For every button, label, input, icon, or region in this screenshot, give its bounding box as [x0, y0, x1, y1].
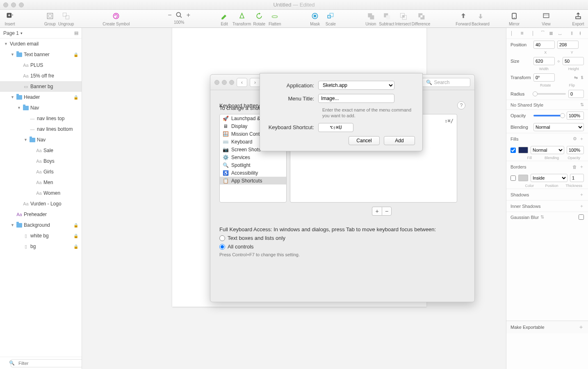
- innershadows-add-icon[interactable]: ＋: [579, 203, 584, 209]
- category-item[interactable]: 🔍Spotlight: [220, 161, 286, 169]
- layer-row[interactable]: AaPLUS: [0, 60, 82, 71]
- insert-button[interactable]: Insert: [2, 11, 17, 26]
- border-color-swatch[interactable]: [518, 175, 528, 181]
- align-left-icon[interactable]: ⎸: [511, 30, 516, 36]
- layer-row[interactable]: —nav lines bottom: [0, 124, 82, 134]
- view-button[interactable]: View: [539, 11, 554, 26]
- align-vcenter-icon[interactable]: ≣: [548, 30, 554, 36]
- menu-title-input[interactable]: [318, 94, 394, 103]
- border-position-select[interactable]: Inside: [531, 174, 567, 182]
- borders-add-icon[interactable]: ＋: [579, 164, 584, 170]
- layer-row[interactable]: ▼Nav: [0, 134, 82, 145]
- forward-button[interactable]: ›: [250, 78, 260, 87]
- radius-slider[interactable]: [533, 93, 566, 95]
- fill-color-swatch[interactable]: [518, 147, 528, 153]
- zoom-control[interactable]: − + 100%: [166, 11, 191, 25]
- opacity-input[interactable]: [567, 112, 584, 120]
- layer-row[interactable]: AaVurden - Logo: [0, 198, 82, 209]
- category-item[interactable]: ⚙️Services: [220, 153, 286, 161]
- align-right-icon[interactable]: ⎹: [528, 30, 533, 36]
- rotate-input[interactable]: [533, 73, 555, 82]
- make-exportable-row[interactable]: Make Exportable＋: [506, 321, 588, 333]
- create-symbol-button[interactable]: Create Symbol: [99, 11, 133, 26]
- lock-icon[interactable]: 🔒: [73, 223, 78, 228]
- opacity-slider[interactable]: [533, 115, 564, 116]
- fill-opacity-input[interactable]: [567, 146, 584, 154]
- layer-row[interactable]: ▼Vurden email: [0, 39, 82, 49]
- subtract-button[interactable]: Subtract: [379, 11, 394, 26]
- ungroup-button[interactable]: Ungroup: [58, 11, 74, 26]
- pos-y-input[interactable]: [557, 41, 579, 49]
- layer-row[interactable]: AaPreheader: [0, 209, 82, 220]
- help-button[interactable]: ?: [457, 101, 465, 109]
- lock-icon[interactable]: 🔒: [73, 234, 78, 238]
- height-input[interactable]: [563, 57, 584, 65]
- layer-row[interactable]: AaGirls: [0, 166, 82, 177]
- page-selector[interactable]: Page 1▾ ▤: [0, 28, 82, 39]
- transform-button[interactable]: Transform: [232, 11, 251, 26]
- shadows-add-icon[interactable]: ＋: [579, 191, 584, 198]
- intersect-button[interactable]: Intersect: [395, 11, 411, 26]
- fka-option-all[interactable]: All controls: [219, 244, 465, 250]
- layer-row[interactable]: ▼Nav: [0, 102, 82, 113]
- width-input[interactable]: [533, 57, 555, 65]
- layer-row[interactable]: —nav lines top: [0, 113, 82, 124]
- align-top-icon[interactable]: ⎴: [540, 30, 545, 36]
- blur-checkbox[interactable]: [579, 214, 584, 220]
- layer-row[interactable]: ▯bg🔒: [0, 241, 82, 252]
- rotate-button[interactable]: Rotate: [252, 11, 267, 26]
- lock-icon[interactable]: 🔒: [73, 95, 78, 100]
- add-button[interactable]: Add: [384, 136, 415, 145]
- layer-row[interactable]: Aa15% off fre: [0, 71, 82, 81]
- fill-enabled-checkbox[interactable]: [511, 148, 516, 153]
- flatten-button[interactable]: Flatten: [267, 11, 282, 26]
- dist-v-icon[interactable]: ⫲: [577, 30, 583, 36]
- layer-row[interactable]: ▼Background🔒: [0, 220, 82, 230]
- blur-row[interactable]: Gaussian Blur ⇅: [506, 212, 588, 222]
- mirror-button[interactable]: Mirror: [507, 11, 522, 26]
- lock-icon[interactable]: 🔒: [73, 52, 78, 57]
- exportable-add-icon[interactable]: ＋: [578, 323, 584, 331]
- filter-input[interactable]: [11, 359, 82, 367]
- panel-icon[interactable]: ▤: [74, 30, 78, 36]
- border-enabled-checkbox[interactable]: [511, 175, 516, 181]
- shared-style-select[interactable]: No Shared Style⇅: [506, 100, 588, 110]
- layer-tree[interactable]: ▼Vurden email▼Text banner🔒AaPLUSAa15% of…: [0, 39, 82, 357]
- layer-row[interactable]: ▯white bg🔒: [0, 230, 82, 241]
- fills-gear-icon[interactable]: ⚙: [573, 136, 577, 141]
- forward-button[interactable]: Forward: [456, 11, 471, 26]
- prefs-close-dot[interactable]: [214, 80, 219, 85]
- category-item[interactable]: 📋App Shortcuts: [220, 177, 286, 184]
- layer-row[interactable]: ▼Header🔒: [0, 92, 82, 102]
- pos-x-input[interactable]: [533, 41, 555, 49]
- union-button[interactable]: Union: [363, 11, 378, 26]
- mask-button[interactable]: Mask: [308, 11, 322, 26]
- radius-input[interactable]: [568, 90, 584, 98]
- fills-add-icon[interactable]: ＋: [579, 136, 584, 142]
- edit-button[interactable]: Edit: [217, 11, 232, 26]
- canvas[interactable]: E S ‹ › Keyboard 🔍Search To change a sho…: [82, 28, 506, 369]
- scale-button[interactable]: Scale: [323, 11, 338, 26]
- difference-button[interactable]: Difference: [412, 11, 430, 26]
- layer-row[interactable]: AaBoys: [0, 156, 82, 166]
- fill-blend-select[interactable]: Normal: [531, 146, 564, 154]
- backward-button[interactable]: Backward: [472, 11, 490, 26]
- align-hcenter-icon[interactable]: ≡: [519, 30, 525, 36]
- export-button[interactable]: Export: [571, 11, 586, 26]
- blending-select[interactable]: Normal: [533, 123, 584, 131]
- border-thickness-input[interactable]: [570, 174, 584, 182]
- flip-v-icon[interactable]: ⥮: [580, 75, 584, 80]
- layer-row[interactable]: ▼Text banner🔒: [0, 49, 82, 60]
- borders-trash-icon[interactable]: 🗑: [572, 164, 577, 169]
- shortcut-input[interactable]: [318, 123, 353, 132]
- back-button[interactable]: ‹: [237, 78, 247, 87]
- zoom-out-icon[interactable]: −: [166, 11, 173, 19]
- remove-shortcut-button[interactable]: −: [382, 207, 392, 216]
- group-button[interactable]: Group: [43, 11, 57, 26]
- category-item[interactable]: ♿Accessibility: [220, 169, 286, 177]
- application-select[interactable]: Sketch.app: [318, 81, 394, 90]
- zoom-in-icon[interactable]: +: [185, 11, 191, 19]
- flip-h-icon[interactable]: ⇋: [574, 75, 578, 80]
- layer-row[interactable]: AaSale: [0, 145, 82, 156]
- fka-option-textboxes[interactable]: Text boxes and lists only: [219, 235, 465, 241]
